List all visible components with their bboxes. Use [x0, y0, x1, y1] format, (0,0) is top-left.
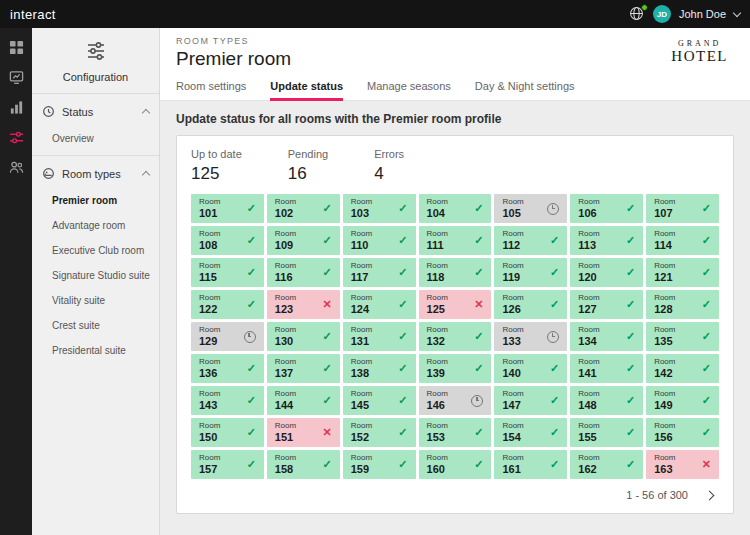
room-tile-162[interactable]: Room162✓	[570, 450, 643, 479]
nav-configuration-icon[interactable]	[0, 122, 32, 152]
room-tile-135[interactable]: Room135✓	[646, 322, 719, 351]
tab-manage-seasons[interactable]: Manage seasons	[367, 74, 451, 101]
room-number: 116	[275, 271, 296, 283]
room-tile-123[interactable]: Room123✕	[267, 290, 340, 319]
room-tile-139[interactable]: Room139✓	[419, 354, 492, 383]
room-tile-141[interactable]: Room141✓	[570, 354, 643, 383]
room-tile-152[interactable]: Room152✓	[343, 418, 416, 447]
room-tile-113[interactable]: Room113✓	[570, 226, 643, 255]
sidebar-item-signature-studio-suite[interactable]: Signature Studio suite	[32, 263, 159, 288]
room-tile-110[interactable]: Room110✓	[343, 226, 416, 255]
room-tile-151[interactable]: Room151✕	[267, 418, 340, 447]
check-icon: ✓	[322, 330, 331, 343]
room-number: 109	[275, 239, 296, 251]
room-tile-150[interactable]: Room150✓	[191, 418, 264, 447]
sidebar-item-presidental-suite[interactable]: Presidental suite	[32, 338, 159, 363]
room-tile-130[interactable]: Room130✓	[267, 322, 340, 351]
sidebar-item-advantage-room[interactable]: Advantage room	[32, 213, 159, 238]
room-tile-104[interactable]: Room104✓	[419, 194, 492, 223]
room-tile-text: Room121	[654, 261, 675, 283]
room-tile-163[interactable]: Room163✕	[646, 450, 719, 479]
room-tile-127[interactable]: Room127✓	[570, 290, 643, 319]
room-tile-108[interactable]: Room108✓	[191, 226, 264, 255]
room-tile-118[interactable]: Room118✓	[419, 258, 492, 287]
sidebar-item-vitality-suite[interactable]: Vitality suite	[32, 288, 159, 313]
user-menu[interactable]: JD John Doe	[629, 5, 740, 23]
room-tile-159[interactable]: Room159✓	[343, 450, 416, 479]
nav-analytics-icon[interactable]	[0, 92, 32, 122]
room-tile-140[interactable]: Room140✓	[494, 354, 567, 383]
globe-icon[interactable]	[629, 6, 645, 22]
room-tile-131[interactable]: Room131✓	[343, 322, 416, 351]
sidebar-section-status-header[interactable]: Status	[32, 94, 159, 126]
room-tile-155[interactable]: Room155✓	[570, 418, 643, 447]
room-tile-142[interactable]: Room142✓	[646, 354, 719, 383]
room-tile-112[interactable]: Room112✓	[494, 226, 567, 255]
room-tile-122[interactable]: Room122✓	[191, 290, 264, 319]
room-tile-116[interactable]: Room116✓	[267, 258, 340, 287]
room-tile-147[interactable]: Room147✓	[494, 386, 567, 415]
room-tile-146[interactable]: Room146	[419, 386, 492, 415]
room-tile-158[interactable]: Room158✓	[267, 450, 340, 479]
sidebar-item-premier-room[interactable]: Premier room	[32, 188, 159, 213]
room-number: 143	[199, 399, 220, 411]
room-tile-148[interactable]: Room148✓	[570, 386, 643, 415]
room-tile-133[interactable]: Room133	[494, 322, 567, 351]
room-tile-111[interactable]: Room111✓	[419, 226, 492, 255]
room-tile-149[interactable]: Room149✓	[646, 386, 719, 415]
room-tile-137[interactable]: Room137✓	[267, 354, 340, 383]
room-tile-106[interactable]: Room106✓	[570, 194, 643, 223]
room-tile-label: Room	[578, 357, 599, 367]
room-number: 114	[654, 239, 675, 251]
room-tile-121[interactable]: Room121✓	[646, 258, 719, 287]
room-tile-138[interactable]: Room138✓	[343, 354, 416, 383]
nav-dashboard-icon[interactable]	[0, 32, 32, 62]
tab-room-settings[interactable]: Room settings	[176, 74, 246, 101]
room-tile-103[interactable]: Room103✓	[343, 194, 416, 223]
room-tile-160[interactable]: Room160✓	[419, 450, 492, 479]
room-tile-105[interactable]: Room105	[494, 194, 567, 223]
check-icon: ✓	[247, 426, 256, 439]
room-tile-text: Room136	[199, 357, 220, 379]
room-tile-156[interactable]: Room156✓	[646, 418, 719, 447]
room-tile-161[interactable]: Room161✓	[494, 450, 567, 479]
room-tile-109[interactable]: Room109✓	[267, 226, 340, 255]
room-tile-132[interactable]: Room132✓	[419, 322, 492, 351]
sidebar-section-room-types-header[interactable]: Room types	[32, 156, 159, 188]
room-tile-119[interactable]: Room119✓	[494, 258, 567, 287]
room-tile-text: Room143	[199, 389, 220, 411]
room-tile-117[interactable]: Room117✓	[343, 258, 416, 287]
room-tile-136[interactable]: Room136✓	[191, 354, 264, 383]
room-tile-114[interactable]: Room114✓	[646, 226, 719, 255]
nav-rail	[0, 28, 32, 535]
sidebar-item-executive-club-room[interactable]: Executive Club room	[32, 238, 159, 263]
next-page-button[interactable]	[705, 490, 715, 500]
room-tile-125[interactable]: Room125✕	[419, 290, 492, 319]
room-tile-154[interactable]: Room154✓	[494, 418, 567, 447]
room-tile-126[interactable]: Room126✓	[494, 290, 567, 319]
room-tile-115[interactable]: Room115✓	[191, 258, 264, 287]
room-tile-124[interactable]: Room124✓	[343, 290, 416, 319]
room-tile-120[interactable]: Room120✓	[570, 258, 643, 287]
room-tile-134[interactable]: Room134✓	[570, 322, 643, 351]
check-icon: ✓	[702, 266, 711, 279]
room-tile-143[interactable]: Room143✓	[191, 386, 264, 415]
sidebar-item-overview[interactable]: Overview	[32, 126, 159, 151]
tab-day-night-settings[interactable]: Day & Night settings	[475, 74, 575, 101]
nav-reports-icon[interactable]	[0, 62, 32, 92]
sidebar-item-crest-suite[interactable]: Crest suite	[32, 313, 159, 338]
check-icon: ✓	[474, 330, 483, 343]
room-tile-153[interactable]: Room153✓	[419, 418, 492, 447]
room-tile-102[interactable]: Room102✓	[267, 194, 340, 223]
room-tile-145[interactable]: Room145✓	[343, 386, 416, 415]
room-tile-101[interactable]: Room101✓	[191, 194, 264, 223]
room-tile-128[interactable]: Room128✓	[646, 290, 719, 319]
tab-update-status[interactable]: Update status	[270, 74, 343, 101]
chevron-up-icon	[142, 109, 150, 117]
avatar[interactable]: JD	[653, 5, 671, 23]
room-tile-144[interactable]: Room144✓	[267, 386, 340, 415]
room-tile-129[interactable]: Room129	[191, 322, 264, 351]
room-tile-107[interactable]: Room107✓	[646, 194, 719, 223]
room-tile-157[interactable]: Room157✓	[191, 450, 264, 479]
nav-users-icon[interactable]	[0, 152, 32, 182]
